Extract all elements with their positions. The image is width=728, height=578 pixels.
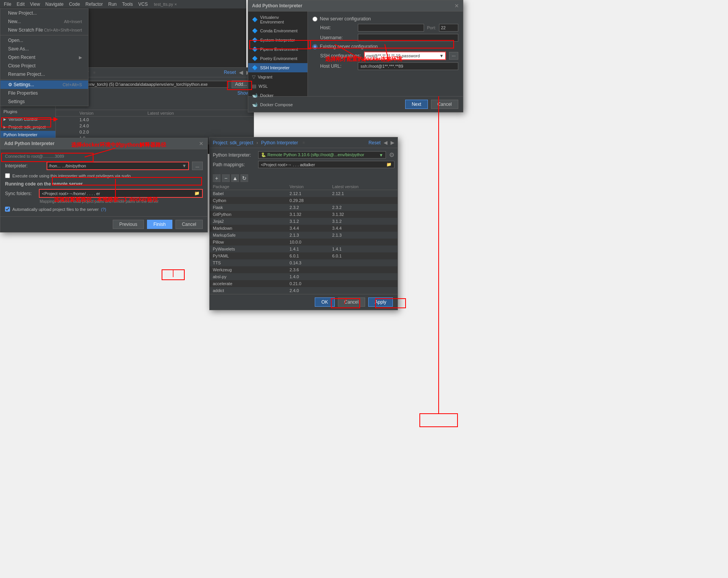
nav-system[interactable]: 🔷 System Interpreter	[248, 35, 307, 45]
host-url-label: Host URL:	[320, 63, 355, 69]
psr-interpreter-label: Python Interpreter:	[213, 152, 255, 158]
ps-reset-btn[interactable]: Reset	[224, 70, 236, 75]
table-row: accelerate0.21.0	[210, 280, 397, 287]
settings-vcs[interactable]: ▶Version Control	[0, 115, 55, 123]
menu-new[interactable]: New... Alt+Insert	[0, 17, 88, 26]
psr-remove-pkg-btn[interactable]: −	[222, 174, 230, 182]
docker-icon: 🐋	[252, 93, 258, 98]
menu-code[interactable]: Code	[67, 1, 82, 8]
ps-nav-back[interactable]: ◀	[239, 69, 243, 75]
docker-interpreter-label: Interpreter:	[5, 163, 43, 169]
menu-save-as[interactable]: Save As...	[0, 45, 88, 53]
conda-icon: 🔷	[252, 28, 258, 33]
nav-ssh[interactable]: 🔷 SSH Interpreter	[248, 63, 307, 72]
nav-wsl[interactable]: ▤ WSL	[248, 82, 307, 91]
ssh-config-select[interactable]: root@**.**.**.** 19 password ▼	[364, 52, 446, 60]
nav-pipenv[interactable]: 🔷 Pipenv Environment	[248, 45, 307, 54]
host-row: Host: Port:	[312, 24, 458, 32]
table-row: GitPython3.1.323.1.32	[210, 211, 397, 218]
docker-cancel-btn[interactable]: Cancel	[175, 220, 203, 229]
table-row: PyWavelets1.4.11.4.1	[210, 246, 397, 252]
nav-poetry[interactable]: 🔷 Poetry Environment	[248, 54, 307, 63]
menu-tools[interactable]: Tools	[120, 1, 135, 8]
menu-new-project[interactable]: New Project...	[0, 9, 88, 17]
settings-plugins[interactable]: Plugins	[0, 108, 55, 115]
port-label: Port:	[427, 25, 436, 30]
table-row: Babel2.12.12.12.1	[210, 190, 397, 197]
psr-nav-back[interactable]: ◀	[384, 140, 387, 145]
menu-file[interactable]: File	[2, 1, 13, 8]
psr-nav-forward[interactable]: ▶	[391, 140, 394, 145]
psr-pkg-table: Package Version Latest version Babel2.12…	[210, 184, 397, 307]
menu-open-recent[interactable]: Open Recent ▶	[0, 53, 88, 62]
psr-breadcrumb-interp: Python Interpreter	[261, 140, 298, 145]
docker-dialog-close[interactable]: ✕	[199, 140, 204, 147]
menu-file-properties[interactable]: File Properties	[0, 89, 88, 97]
nav-vagrant[interactable]: ▽ Vagrant	[248, 72, 307, 82]
psr-cancel-btn[interactable]: Cancel	[338, 297, 365, 307]
pipenv-icon: 🔷	[252, 47, 258, 52]
menu-settings-2[interactable]: Settings	[0, 97, 88, 106]
username-label: Username:	[320, 35, 355, 40]
psr-gear-btn[interactable]: ⚙	[389, 151, 394, 159]
psr-col-package: Package	[210, 184, 287, 190]
host-input[interactable]	[358, 24, 424, 32]
nav-docker[interactable]: 🐋 Docker	[248, 91, 307, 100]
psr-apply-btn[interactable]: Apply	[368, 297, 393, 307]
vagrant-icon: ▽	[252, 74, 255, 80]
docker-prev-btn[interactable]: Previous	[113, 220, 144, 229]
menu-run[interactable]: Run	[106, 1, 119, 8]
menu-open[interactable]: Open...	[0, 36, 88, 45]
docker-sudo-checkbox[interactable]: Execute code using this interpreter with…	[5, 173, 203, 178]
menu-rename-project[interactable]: Rename Project...	[0, 70, 88, 79]
project-settings-right: Project: sdk_project › Python Interprete…	[209, 137, 398, 310]
port-input[interactable]	[439, 24, 458, 32]
psr-path-mapping-input[interactable]: <Project root>→ . . . adtalker 📁	[258, 161, 394, 168]
docker-browse-btn[interactable]: ...	[192, 162, 203, 170]
menu-settings[interactable]: ⚙ Settings... Ctrl+Alt+S	[0, 80, 88, 89]
docker-interpreter-input[interactable]: /hon... .../bin/python ▼	[47, 162, 189, 170]
new-server-radio[interactable]: New server configuration	[312, 16, 458, 22]
settings-python-interpreter[interactable]: Python Interpreter	[0, 131, 55, 139]
ssh-config-more-btn[interactable]: ···	[449, 52, 458, 60]
wsl-icon: ▤	[252, 84, 256, 89]
ps-show-button[interactable]: Show	[237, 90, 249, 96]
docker-sync-row: Sync folders: <Project root>→/home/ . . …	[5, 189, 203, 198]
psr-reset-btn[interactable]: Reset	[369, 140, 381, 145]
username-row: Username:	[312, 34, 458, 42]
nav-docker-compose[interactable]: 🐋 Docker Compose	[248, 100, 307, 109]
psr-interpreter-select[interactable]: 🐍 Remote Python 3.10.6 (sftp://root@...e…	[258, 151, 386, 159]
nav-conda[interactable]: 🔷 Conda Environment	[248, 26, 307, 35]
ssh-next-btn[interactable]: Next	[405, 100, 428, 109]
menu-close-project[interactable]: Close Project	[0, 62, 88, 70]
auto-upload-checkbox[interactable]: Automatically upload project files to th…	[5, 207, 203, 212]
menu-new-scratch[interactable]: New Scratch File Ctrl+Alt+Shift+Insert	[0, 26, 88, 34]
psr-pkg-scroll[interactable]: Package Version Latest version Babel2.12…	[210, 184, 397, 307]
table-row: absl-py1.4.0	[210, 273, 397, 280]
menu-navigate[interactable]: Navigate	[43, 1, 66, 8]
menu-vcs[interactable]: VCS	[136, 1, 150, 8]
red-box-finish-btn	[162, 269, 185, 280]
docker-interpreter-row: Interpreter: /hon... .../bin/python ▼ ..…	[5, 162, 203, 170]
psr-up-btn[interactable]: ▲	[231, 174, 239, 182]
psr-refresh-btn[interactable]: ↻	[240, 174, 248, 182]
table-row: Markdown3.4.43.4.4	[210, 225, 397, 232]
menu-view[interactable]: View	[28, 1, 42, 8]
host-url-input[interactable]	[358, 62, 458, 70]
sync-label: Sync folders:	[5, 191, 36, 196]
psr-content: Python Interpreter: 🐍 Remote Python 3.10…	[210, 148, 397, 174]
settings-project[interactable]: ▶Project: sdk_project	[0, 123, 55, 131]
psr-toolbar: + − ▲ ↻	[210, 174, 397, 184]
ssh-cancel-btn[interactable]: Cancel	[431, 100, 458, 109]
nav-virtualenv[interactable]: 🔷 Virtualenv Environment	[248, 13, 307, 26]
sync-input[interactable]: <Project root>→/home/ . . . . er 📁	[39, 189, 203, 198]
psr-ok-btn[interactable]: OK	[315, 297, 334, 307]
existing-server-radio[interactable]: Existing server configuration	[312, 44, 458, 49]
menu-edit[interactable]: Edit	[14, 1, 27, 8]
psr-add-pkg-btn[interactable]: +	[213, 174, 220, 182]
username-input[interactable]	[358, 34, 458, 42]
ssh-icon: 🔷	[252, 65, 258, 70]
docker-finish-btn[interactable]: Finish	[147, 220, 172, 229]
menu-refactor[interactable]: Refactor	[83, 1, 105, 8]
ssh-dialog-close[interactable]: ✕	[454, 3, 459, 9]
